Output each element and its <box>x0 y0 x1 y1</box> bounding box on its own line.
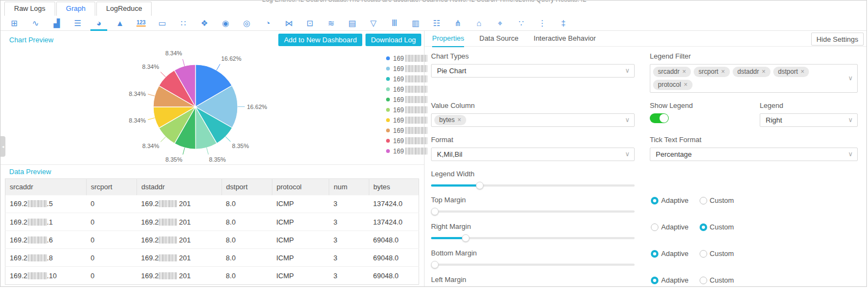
radio-adaptive[interactable]: Adaptive <box>651 223 689 231</box>
legend-item[interactable]: 169 <box>386 53 428 63</box>
legend-item-label: 169 <box>393 106 404 114</box>
remove-tag-icon[interactable]: × <box>721 68 725 75</box>
radio-adaptive[interactable]: Adaptive <box>651 276 689 284</box>
pie-chart-svg[interactable]: 16.62%16.62%8.35%8.35%8.35%8.34%8.34%8.3… <box>1 48 380 164</box>
tab-graph[interactable]: Graph <box>56 2 95 16</box>
settings-tab-data-source[interactable]: Data Source <box>479 31 518 47</box>
legend-item[interactable]: 169 <box>386 63 428 74</box>
panel-collapse-handle[interactable]: ◄ <box>1 136 5 157</box>
show-legend-toggle[interactable] <box>650 113 669 123</box>
area-chart-icon[interactable]: ▲ <box>109 16 130 31</box>
legend-item[interactable]: 169 <box>386 105 428 115</box>
slider-handle[interactable] <box>476 182 484 189</box>
candlestick-icon[interactable]: ‡ <box>553 16 574 31</box>
tab-logreduce[interactable]: LogReduce <box>96 2 152 16</box>
format-select[interactable]: K,Mil,Bil ∨ <box>431 148 635 161</box>
histogram-icon[interactable]: Ⅲ <box>384 16 405 31</box>
legend-filter-select[interactable]: srcaddr×srcport×dstaddr×dstport×protocol… <box>650 64 858 93</box>
settings-tab-properties[interactable]: Properties <box>432 31 464 47</box>
slider-track[interactable] <box>431 210 635 213</box>
scatter-chart-icon[interactable]: ∵ <box>511 16 532 31</box>
chart-preview-panel: Chart Preview Add to New Dashboard Downl… <box>1 31 425 287</box>
cell-dstaddr: 169.2 201 <box>136 267 221 285</box>
map-3d-icon[interactable]: ⌂ <box>468 16 490 31</box>
redacted-text <box>159 254 177 261</box>
gauge-3d-icon[interactable]: ◔ <box>257 16 278 31</box>
cross-chart-icon[interactable]: ⋈ <box>278 16 299 31</box>
tab-raw-logs[interactable]: Raw Logs <box>4 2 55 16</box>
download-log-button[interactable]: Download Log <box>366 34 421 46</box>
radio-custom[interactable]: Custom <box>700 196 734 204</box>
legend-item[interactable]: 169 <box>386 84 428 94</box>
remove-tag-icon[interactable]: × <box>800 68 804 75</box>
chevron-down-icon: ∨ <box>625 116 630 124</box>
cell-num: 3 <box>329 249 369 267</box>
world-map-icon[interactable]: ◉ <box>215 16 236 31</box>
radio-label: Custom <box>710 276 734 284</box>
column-chart-icon[interactable]: ▟ <box>46 16 67 31</box>
cell-num: 3 <box>329 213 369 231</box>
radio-custom[interactable]: Custom <box>700 223 734 231</box>
legend-item[interactable]: 169 <box>386 74 428 84</box>
remove-tag-icon[interactable]: × <box>684 81 688 88</box>
legend-item[interactable]: 169 <box>386 136 428 146</box>
legend-item[interactable]: 169 <box>386 94 428 105</box>
table-row[interactable]: 169.2.100169.2 2018.0ICMP369048.0 <box>5 267 419 285</box>
legend-item[interactable]: 169 <box>386 115 428 125</box>
progress-bar-icon[interactable]: ▭ <box>152 16 173 31</box>
line-chart-icon[interactable]: ∿ <box>25 16 46 31</box>
value-column-select[interactable]: bytes×∨ <box>431 113 635 127</box>
bottom-margin-slider[interactable] <box>431 261 635 268</box>
dot-column-icon[interactable]: ⋮ <box>532 16 553 31</box>
legend-item[interactable]: 169 <box>386 146 428 156</box>
top-margin-slider[interactable] <box>431 208 635 215</box>
treemap-icon[interactable]: ▤ <box>342 16 363 31</box>
dot-matrix-icon[interactable]: ∷ <box>173 16 194 31</box>
pin-map-icon[interactable]: ◎ <box>236 16 257 31</box>
legend-item-label: 169 <box>393 117 404 124</box>
table-row[interactable]: 169.2.80169.2 2018.0ICMP369048.0 <box>5 249 419 267</box>
legend-item[interactable]: 169 <box>386 125 428 136</box>
radio-adaptive[interactable]: Adaptive <box>651 249 689 258</box>
remove-tag-icon[interactable]: × <box>458 116 461 124</box>
settings-tab-interactive-behavior[interactable]: Interactive Behavior <box>534 31 596 47</box>
single-value-icon[interactable]: 123 <box>130 16 152 31</box>
remove-tag-icon[interactable]: × <box>762 68 766 75</box>
slider-track[interactable] <box>431 264 635 266</box>
radio-adaptive[interactable]: Adaptive <box>651 196 689 204</box>
legend-position-select[interactable]: Right ∨ <box>760 113 858 127</box>
word-cloud-icon: ≋ <box>328 18 335 28</box>
table-row[interactable]: 169.2.10169.2 2018.0ICMP3137424.0 <box>5 213 419 231</box>
chevron-down-icon: ∨ <box>848 150 853 158</box>
slider-handle[interactable] <box>462 234 469 242</box>
sankey-icon[interactable]: ⋔ <box>447 16 468 31</box>
funnel-icon[interactable]: ▽ <box>363 16 384 31</box>
slider-fill <box>431 184 480 187</box>
radio-custom[interactable]: Custom <box>700 249 734 258</box>
pie-slice-label: 8.34% <box>142 63 159 70</box>
table-row[interactable]: 169.2.50169.2 2018.0ICMP3137424.0 <box>5 195 419 213</box>
slider-handle[interactable] <box>431 261 439 268</box>
slider-handle[interactable] <box>431 208 439 215</box>
word-cloud-icon[interactable]: ≋ <box>321 16 342 31</box>
china-map-icon[interactable]: ❖ <box>194 16 215 31</box>
legend-width-slider[interactable] <box>431 182 635 189</box>
bar-chart-icon[interactable]: ☰ <box>67 16 88 31</box>
table-row[interactable]: 169.2.60169.2 2018.0ICMP369048.0 <box>5 231 419 249</box>
pie-chart-icon[interactable]: ◕ <box>88 16 109 31</box>
radio-custom[interactable]: Custom <box>700 276 734 284</box>
cell-bytes: 69048.0 <box>369 267 419 285</box>
table-icon[interactable]: ⊞ <box>4 16 25 31</box>
cell-dstport: 8.0 <box>221 213 272 231</box>
right-margin-slider[interactable] <box>431 234 635 242</box>
add-to-dashboard-button[interactable]: Add to New Dashboard <box>278 34 362 46</box>
matrix-table-icon[interactable]: ☷ <box>426 16 447 31</box>
column-3d-icon[interactable]: ▥ <box>405 16 426 31</box>
remove-tag-icon[interactable]: × <box>682 68 686 75</box>
flow-chart-icon[interactable]: ⊡ <box>299 16 321 31</box>
tick-text-format-label: Tick Text Format <box>650 136 858 144</box>
hide-settings-button[interactable]: Hide Settings <box>811 33 864 46</box>
chart-types-select[interactable]: Pie Chart ∨ <box>431 64 635 78</box>
tick-text-format-select[interactable]: Percentage ∨ <box>650 148 858 161</box>
location-route-icon[interactable]: ⌖ <box>490 16 511 31</box>
